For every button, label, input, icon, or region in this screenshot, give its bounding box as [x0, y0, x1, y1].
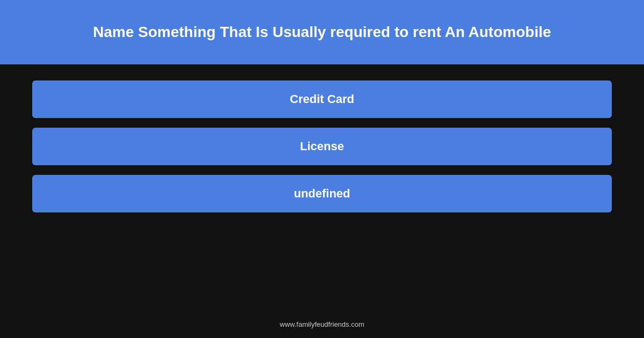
header: Name Something That Is Usually required … [0, 0, 644, 64]
answers-container: Credit Card License undefined [0, 64, 644, 229]
answer-button-3[interactable]: undefined [32, 175, 612, 212]
question-title: Name Something That Is Usually required … [93, 23, 551, 42]
footer-url: www.familyfeudfriends.com [280, 320, 364, 328]
answer-button-1[interactable]: Credit Card [32, 80, 612, 118]
footer: www.familyfeudfriends.com [0, 320, 644, 328]
answer-button-2[interactable]: License [32, 128, 612, 165]
